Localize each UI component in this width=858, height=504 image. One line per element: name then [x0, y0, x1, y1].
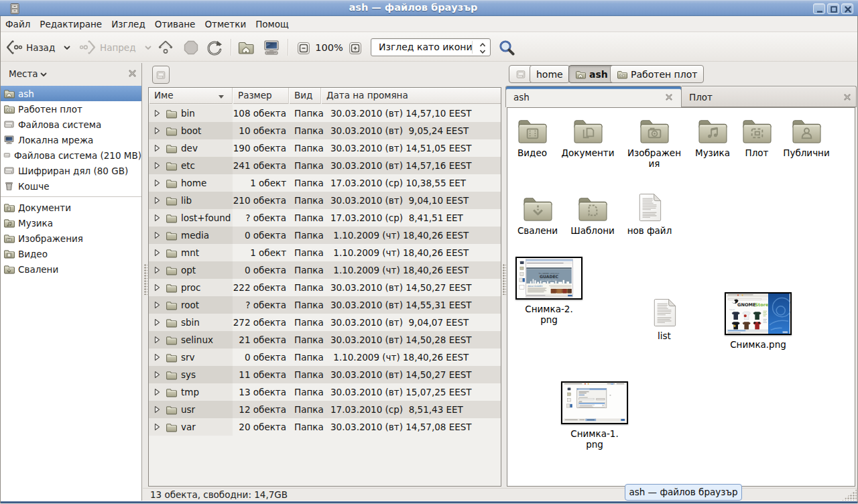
sidebar-item-video[interactable]: Видео	[1, 246, 141, 261]
forward-button[interactable]: Напред	[76, 36, 155, 60]
combo-spinner-icon[interactable]	[479, 41, 487, 56]
expander-icon[interactable]	[153, 109, 161, 117]
zoom-in-button[interactable]	[349, 42, 361, 54]
computer-button[interactable]	[263, 36, 280, 60]
expander-icon[interactable]	[153, 353, 161, 361]
back-button[interactable]: Назад	[3, 36, 74, 60]
column-header-name[interactable]: Име	[149, 88, 233, 104]
icon-view-item-snimka-1[interactable]: Снимка-1. png	[561, 381, 628, 424]
icon-view-item-desktop[interactable]: Плот	[741, 116, 773, 145]
icon-view-item-public[interactable]: Публични	[791, 116, 822, 145]
sidebar-close-icon[interactable]	[128, 69, 137, 78]
menu-item-bookmarks[interactable]: Отметки	[200, 16, 251, 32]
expander-icon[interactable]	[153, 144, 161, 152]
expander-icon[interactable]	[153, 231, 161, 239]
expander-icon[interactable]	[153, 284, 161, 292]
icon-view-item-list[interactable]: list	[652, 298, 677, 328]
stop-button[interactable]	[182, 36, 200, 60]
file-row-tmp[interactable]: tmp13 обектаПапка30.03.2010 (вт) 15,07,2…	[149, 383, 501, 401]
sidebar-item-trash[interactable]: Кошче	[1, 178, 141, 194]
sidebar-item-documents[interactable]: Документи	[1, 200, 141, 215]
file-row-proc[interactable]: proc222 обектаПапка30.03.2010 (вт) 14,50…	[149, 279, 501, 296]
file-row-root[interactable]: root? обектаПапка30.03.2010 (вт) 14,55,3…	[149, 296, 501, 314]
sidebar-item-filesystem-210[interactable]: Файлова система (210 MB)	[1, 147, 141, 163]
icon-view-item-video[interactable]: Видео	[517, 116, 548, 145]
expander-icon[interactable]	[153, 179, 161, 187]
pane-splitter-right[interactable]	[501, 63, 507, 501]
file-row-usr[interactable]: usr12 обектаПапка17.03.2010 (ср) 8,51,43…	[149, 401, 501, 418]
zoom-level[interactable]: 100%	[314, 42, 345, 53]
icon-view-item-downloads[interactable]: Свалени	[522, 194, 554, 223]
sidebar-item-pictures[interactable]: Изображения	[1, 231, 141, 246]
file-row-media[interactable]: media0 обектаПапка 1.10.2009 (чт) 18,40,…	[149, 227, 501, 244]
file-row-sys[interactable]: sys11 обектаПапка30.03.2010 (вт) 14,50,2…	[149, 366, 501, 383]
column-header-modified[interactable]: Дата на промяна	[321, 88, 501, 104]
up-button[interactable]	[157, 36, 174, 60]
expander-icon[interactable]	[153, 423, 161, 431]
expander-icon[interactable]	[153, 371, 161, 379]
back-dropdown-icon[interactable]	[63, 44, 71, 52]
reload-button[interactable]	[206, 36, 223, 60]
expander-icon[interactable]	[153, 162, 161, 170]
tab-plot[interactable]: Плот	[682, 86, 857, 107]
icon-view-item-templates[interactable]: Шаблони	[577, 194, 609, 223]
tab-close-icon[interactable]	[665, 93, 673, 101]
menu-item-go[interactable]: Отиване	[150, 16, 200, 32]
menu-item-edit[interactable]: Редактиране	[35, 16, 107, 32]
file-row-selinux[interactable]: selinux21 обектаПапка30.03.2010 (вт) 14,…	[149, 331, 501, 349]
home-button[interactable]	[237, 36, 255, 60]
column-header-type[interactable]: Вид	[289, 88, 321, 104]
zoom-out-button[interactable]	[298, 42, 310, 54]
sidebar-item-encrypted-80[interactable]: Шифриран дял (80 GB)	[1, 163, 141, 178]
expander-icon[interactable]	[153, 214, 161, 222]
expander-icon[interactable]	[153, 336, 161, 344]
file-row-mnt[interactable]: mnt1 обектПапка 1.10.2009 (чт) 18,40,26 …	[149, 244, 501, 261]
icon-view-item-pictures[interactable]: Изображен ия	[639, 116, 670, 145]
file-row-opt[interactable]: opt0 обектаПапка 1.10.2009 (чт) 18,40,26…	[149, 261, 501, 279]
file-row-home[interactable]: home1 обектПапка17.03.2010 (ср) 10,38,55…	[149, 174, 501, 192]
titlebar[interactable]: ash — файлов браузър	[0, 0, 858, 16]
tab-ash[interactable]: ash	[505, 86, 682, 107]
sidebar-title[interactable]: Места	[9, 68, 38, 79]
file-row-bin[interactable]: bin108 обектаПапка30.03.2010 (вт) 14,57,…	[149, 105, 501, 122]
search-button[interactable]	[498, 36, 515, 60]
file-row-sbin[interactable]: sbin272 обектаПапка30.03.2010 (вт) 9,04,…	[149, 314, 501, 331]
file-row-dev[interactable]: dev190 обектаПапка30.03.2010 (вт) 14,51,…	[149, 139, 501, 157]
file-row-srv[interactable]: srv0 обектаПапка 1.10.2009 (чт) 18,40,26…	[149, 349, 501, 366]
expander-icon[interactable]	[153, 196, 161, 204]
file-row-lost+found[interactable]: lost+found? обектаПапка17.03.2010 (ср) 8…	[149, 209, 501, 227]
column-header-size[interactable]: Размер	[233, 88, 289, 104]
icon-view-item-snimka-2[interactable]: Снимка-2. png	[515, 257, 583, 300]
expander-icon[interactable]	[153, 249, 161, 257]
icon-view-item-documents[interactable]: Документи	[572, 116, 604, 145]
expander-icon[interactable]	[153, 318, 161, 326]
pathbar-root-button[interactable]	[152, 66, 170, 84]
pathbar-button-desktop[interactable]: Работен плот	[610, 65, 704, 83]
expander-icon[interactable]	[153, 301, 161, 309]
minimize-button[interactable]	[813, 3, 825, 14]
file-row-etc[interactable]: etc241 обектаПапка30.03.2010 (вт) 14,57,…	[149, 157, 501, 174]
expander-icon[interactable]	[153, 388, 161, 396]
menu-item-help[interactable]: Помощ	[251, 16, 294, 32]
menu-item-file[interactable]: Файл	[1, 16, 35, 32]
forward-dropdown-icon[interactable]	[144, 44, 152, 52]
sidebar-item-downloads[interactable]: Свалени	[1, 261, 141, 277]
close-button[interactable]	[841, 3, 853, 14]
icon-view-item-snimka[interactable]: Снимка.png	[725, 292, 792, 335]
sidebar-item-local-network[interactable]: Локална мрежа	[1, 132, 141, 147]
menu-item-view[interactable]: Изглед	[107, 16, 150, 32]
pathbar-button-ash[interactable]: ash	[568, 65, 615, 83]
sidebar-item-filesystem[interactable]: Файлова система	[1, 117, 141, 132]
icon-view-item-music[interactable]: Музика	[697, 116, 729, 145]
pathbar-button-home[interactable]: home	[530, 65, 570, 83]
maximize-button[interactable]	[827, 3, 839, 14]
expander-icon[interactable]	[153, 266, 161, 274]
file-row-boot[interactable]: boot10 обектаПапка30.03.2010 (вт) 9,05,2…	[149, 122, 501, 139]
tab-close-icon[interactable]	[843, 93, 851, 101]
expander-icon[interactable]	[153, 127, 161, 135]
view-mode-select[interactable]: Изглед като икони	[371, 38, 491, 56]
sidebar-item-desktop[interactable]: Работен плот	[1, 101, 141, 117]
expander-icon[interactable]	[153, 405, 161, 414]
sidebar-item-music[interactable]: Музика	[1, 215, 141, 231]
sidebar-item-home[interactable]: ash	[1, 86, 141, 101]
